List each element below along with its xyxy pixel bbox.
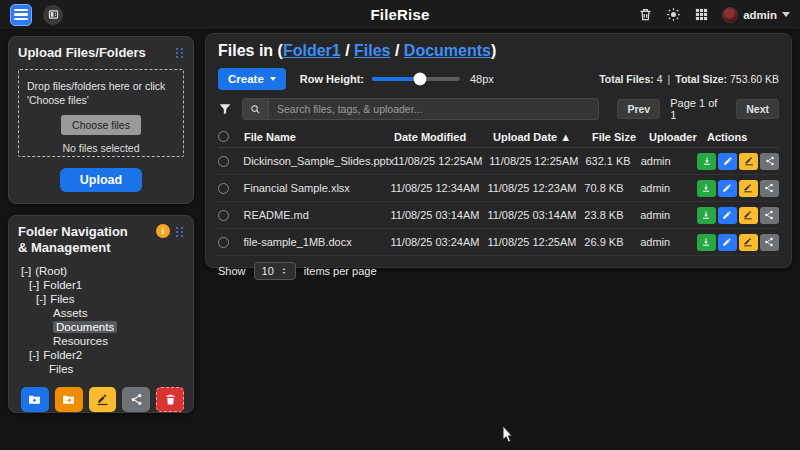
pagination: Prev Page 1 of 1 Next [617,97,779,121]
rename-button[interactable] [739,153,758,170]
download-icon [701,183,711,193]
edit-button[interactable] [718,207,737,224]
share-button[interactable] [760,180,779,197]
select-all-checkbox[interactable] [218,131,229,142]
file-toolbar: Create Row Height: 48px Total Files: 4|T… [218,67,779,91]
layout-toggle-icon [48,9,59,20]
tree-item-documents[interactable]: Documents [18,320,184,334]
breadcrumb-documents[interactable]: Documents [404,42,491,59]
drag-handle-icon[interactable] [175,226,184,238]
pencil-icon [723,156,733,166]
table-row: file-sample_1MB.docx 11/08/25 03:24AM 11… [218,229,779,256]
app: FileRise admin Upload Files/Folde [0,0,800,450]
pencil-icon [722,183,732,193]
delete-folder-button[interactable] [156,387,184,412]
pencil-line-icon [743,210,753,220]
col-header-file-size[interactable]: File Size [592,131,649,143]
view-toggle-button[interactable] [43,5,63,25]
edit-button[interactable] [718,153,737,170]
trash-icon[interactable] [638,7,653,22]
file-name[interactable]: Dickinson_Sample_Slides.pptx [243,155,393,167]
edit-button[interactable] [718,180,737,197]
file-name[interactable]: Financial Sample.xlsx [243,182,390,194]
avatar [722,7,738,23]
apps-grid-icon[interactable] [694,7,709,22]
rename-button[interactable] [739,207,758,224]
tree-item-assets[interactable]: Assets [18,306,184,320]
row-checkbox[interactable] [218,210,229,221]
tree-item-root[interactable]: [-](Root) [18,264,184,278]
create-button[interactable]: Create [218,68,286,90]
breadcrumb-folder1[interactable]: Folder1 [283,42,341,59]
pencil-line-icon [743,237,753,247]
tree-item-folder2-files[interactable]: Files [18,362,184,376]
row-checkbox[interactable] [218,156,229,167]
col-header-uploader[interactable]: Uploader [649,131,707,143]
trash-icon [164,393,177,406]
page-info: Page 1 of 1 [670,97,726,121]
tree-item-resources[interactable]: Resources [18,334,184,348]
next-page-button[interactable]: Next [736,99,779,119]
tree-item-folder1[interactable]: [-]Folder1 [18,278,184,292]
col-header-upload-date[interactable]: Upload Date ▲ [493,131,592,143]
upload-date: 11/08/25 12:25AM [487,236,584,248]
col-header-date-modified[interactable]: Date Modified [394,131,493,143]
upload-button[interactable]: Upload [60,168,142,192]
info-icon[interactable]: i [156,224,170,238]
breadcrumb-files[interactable]: Files [354,42,390,59]
search-box [242,98,599,120]
create-folder-button[interactable] [21,387,49,412]
folder-arrow-icon [62,393,75,406]
row-checkbox[interactable] [218,237,229,248]
date-modified: 11/08/25 03:24AM [390,236,487,248]
pencil-icon [722,237,732,247]
uploader: admin [640,209,697,221]
file-name[interactable]: file-sample_1MB.docx [243,236,390,248]
download-icon [702,156,712,166]
download-button[interactable] [697,234,716,251]
share-folder-button[interactable] [122,387,150,412]
share-icon [765,156,775,166]
rename-folder-button[interactable] [89,387,117,412]
items-per-page-select[interactable]: 10 [254,262,296,280]
prev-page-button[interactable]: Prev [617,99,660,119]
slider-thumb[interactable] [414,73,427,86]
filter-icon[interactable] [218,102,232,116]
choose-files-button[interactable]: Choose files [61,115,141,135]
col-header-file-name[interactable]: File Name [244,131,394,143]
row-height-value: 48px [470,73,494,85]
date-modified: 11/08/25 12:25AM [393,155,489,167]
upload-date: 11/08/25 12:23AM [487,182,584,194]
file-dropzone[interactable]: Drop files/folders here or click 'Choose… [18,69,184,157]
theme-toggle-sun-icon[interactable] [666,7,681,22]
drag-handle-icon[interactable] [175,47,184,59]
edit-button[interactable] [718,234,737,251]
rename-button[interactable] [739,180,758,197]
upload-panel: Upload Files/Folders Drop files/folders … [8,36,194,204]
share-icon [764,183,774,193]
uploader: admin [641,155,697,167]
tree-item-files[interactable]: [-]Files [18,292,184,306]
user-menu[interactable]: admin [722,7,790,23]
rename-button[interactable] [739,234,758,251]
download-button[interactable] [697,180,716,197]
pencil-icon [96,393,109,406]
file-size: 632.1 KB [585,155,640,167]
move-folder-button[interactable] [55,387,83,412]
pencil-line-icon [743,183,753,193]
file-name[interactable]: README.md [243,209,390,221]
share-button[interactable] [760,153,779,170]
search-icon [243,99,269,119]
row-height-slider[interactable] [372,72,460,86]
app-logo-icon[interactable] [10,4,32,26]
folder-tree: [-](Root) [-]Folder1 [-]Files Assets Doc… [18,264,184,376]
search-input[interactable] [269,103,598,115]
share-button[interactable] [760,207,779,224]
mouse-cursor [502,425,515,444]
download-button[interactable] [697,207,716,224]
row-checkbox[interactable] [218,183,229,194]
tree-item-folder2[interactable]: [-]Folder2 [18,348,184,362]
dropzone-text: Drop files/folders here or click 'Choose… [27,79,175,107]
download-button[interactable] [697,153,716,170]
share-button[interactable] [760,234,779,251]
